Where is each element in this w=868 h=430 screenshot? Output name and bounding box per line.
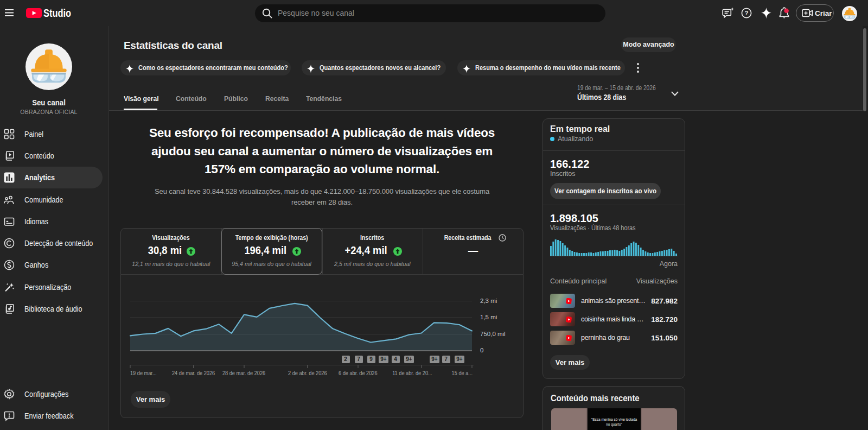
svg-text:?: ?: [744, 10, 748, 16]
